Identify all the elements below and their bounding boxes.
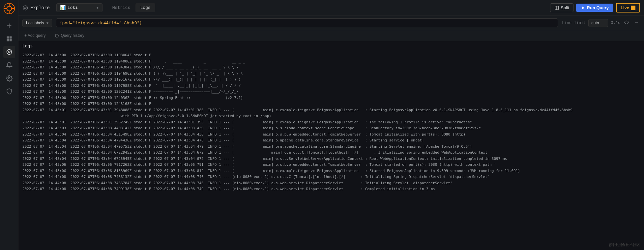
log-line: 2022-07-07 14:43:04 2022-07-07T06:43:04.…: [18, 138, 644, 144]
svg-rect-6: [7, 37, 9, 39]
svg-marker-15: [581, 6, 584, 10]
log-line: 2022-07-07 14:43:00 2022-07-07T06:43:00.…: [18, 64, 644, 71]
topbar-right-actions: Split Run Query Live: [550, 3, 640, 12]
topbar-explore-section: Explore: [22, 5, 50, 11]
svg-rect-8: [7, 39, 9, 41]
log-line: 2022-07-07 14:43:03 2022-07-07T06:43:03.…: [18, 125, 644, 132]
log-labels-button[interactable]: Log labels ▾: [22, 19, 52, 27]
tab-logs[interactable]: Logs: [135, 3, 155, 12]
sidebar-item-explore[interactable]: [3, 46, 15, 58]
grafana-logo[interactable]: [3, 3, 15, 14]
log-line: 2022-07-07 14:43:00 2022-07-07T06:43:00.…: [18, 52, 644, 59]
line-limit-section: Line limit 0.1s: [562, 19, 640, 27]
sidebar-item-add[interactable]: [3, 20, 15, 32]
log-line: 2022-07-07 14:43:00 2022-07-07T06:43:00.…: [18, 101, 644, 107]
nav-tabs: Metrics Logs: [108, 3, 155, 12]
svg-point-12: [23, 6, 28, 10]
logs-header: Logs: [18, 41, 644, 51]
live-button[interactable]: Live: [616, 3, 640, 12]
main-content: Log labels ▾ {pod="feignsvc-dc44ffd4f-8h…: [18, 16, 644, 250]
datasource-name: Loki: [68, 5, 78, 10]
log-line: 2022-07-07 14:43:04 2022-07-07T06:43:04.…: [18, 144, 644, 150]
sidebar-item-shield[interactable]: [3, 86, 15, 97]
datasource-selector[interactable]: 📊 Loki ▾: [56, 3, 102, 12]
tab-metrics[interactable]: Metrics: [108, 3, 135, 12]
sidebar-item-settings[interactable]: [3, 72, 15, 84]
sidebar: [0, 0, 18, 250]
log-line: 2022-07-07 14:44:08 2022-07-07T06:44:08.…: [18, 174, 644, 180]
log-line: 2022-07-07 14:43:04 2022-07-07T06:43:04.…: [18, 156, 644, 162]
log-line: 2022-07-07 14:43:06 2022-07-07T06:43:06.…: [18, 162, 644, 168]
query-history-button[interactable]: Query history: [53, 32, 86, 39]
run-query-button[interactable]: Run Query: [576, 4, 613, 12]
log-line: 2022-07-07 14:43:04 2022-07-07T06:43:04.…: [18, 132, 644, 138]
log-line: 2022-07-07 14:43:00 2022-07-07T06:43:00.…: [18, 77, 644, 83]
log-line: 2022-07-07 14:43:00 2022-07-07T06:43:00.…: [18, 95, 644, 101]
svg-rect-7: [9, 37, 12, 39]
toolbar: + Add query Query history: [18, 30, 644, 41]
query-input-display[interactable]: {pod="feignsvc-dc44ffd4f-8hsh9"}: [56, 18, 558, 27]
svg-point-16: [626, 22, 627, 23]
svg-point-11: [8, 78, 10, 79]
log-line: 2022-07-07 14:43:01 2022-07-07T06:43:01.…: [18, 107, 644, 113]
logs-panel[interactable]: Logs 2022-07-07 14:43:00 2022-07-07T06:4…: [18, 41, 644, 250]
split-button[interactable]: Split: [550, 3, 573, 12]
history-icon: [55, 34, 59, 38]
log-line: 2022-07-07 14:44:08 2022-07-07T06:44:08.…: [18, 186, 644, 192]
loki-icon: 📊: [60, 5, 66, 11]
log-line: 2022-07-07 14:43:00 2022-07-07T06:43:00.…: [18, 71, 644, 77]
time-display: 0.1s: [611, 21, 620, 25]
chevron-down-icon: ▾: [46, 21, 48, 25]
minus-icon: [634, 20, 639, 25]
eye-icon: [624, 20, 629, 25]
log-line: 2022-07-07 14:44:08 2022-07-07T06:44:08.…: [18, 180, 644, 187]
topbar: Explore 📊 Loki ▾ Metrics Logs Split Run …: [18, 0, 644, 16]
sidebar-item-alerting[interactable]: [3, 59, 15, 71]
log-line: 2022-07-07 14:43:00 2022-07-07T06:43:00.…: [18, 89, 644, 95]
logs-content: 2022-07-07 14:43:00 2022-07-07T06:43:00.…: [18, 51, 644, 194]
line-limit-label: Line limit: [562, 21, 586, 25]
play-icon: [581, 6, 585, 10]
sidebar-item-dashboards[interactable]: [3, 33, 15, 45]
explore-label: Explore: [30, 5, 50, 11]
chevron-down-icon: ▾: [96, 5, 99, 11]
live-indicator: [631, 6, 635, 10]
query-bar: Log labels ▾ {pod="feignsvc-dc44ffd4f-8h…: [18, 16, 644, 30]
svg-point-10: [7, 50, 12, 55]
log-line: 2022-07-07 14:43:04 2022-07-07T06:43:04.…: [18, 150, 644, 156]
log-line: with PID 1 (/app/feignsvc-0.0.1-SNAPSHOT…: [18, 113, 644, 119]
line-limit-input[interactable]: [588, 19, 608, 27]
log-line: 2022-07-07 14:43:00 2022-07-07T06:43:00.…: [18, 83, 644, 89]
eye-icon-button[interactable]: [623, 19, 630, 27]
split-icon: [554, 6, 559, 10]
explore-icon: [22, 5, 28, 11]
log-line: 2022-07-07 14:43:00 2022-07-07T06:43:00.…: [18, 59, 644, 65]
log-line: 2022-07-07 14:43:01 2022-07-07T06:43:01.…: [18, 119, 644, 126]
minus-icon-button[interactable]: [633, 19, 640, 27]
watermark: @稀土掘金技术社区: [609, 242, 640, 247]
log-line: 2022-07-07 14:43:06 2022-07-07T06:43:06.…: [18, 168, 644, 174]
svg-rect-9: [9, 39, 12, 41]
add-query-button[interactable]: + Add query: [22, 32, 47, 39]
